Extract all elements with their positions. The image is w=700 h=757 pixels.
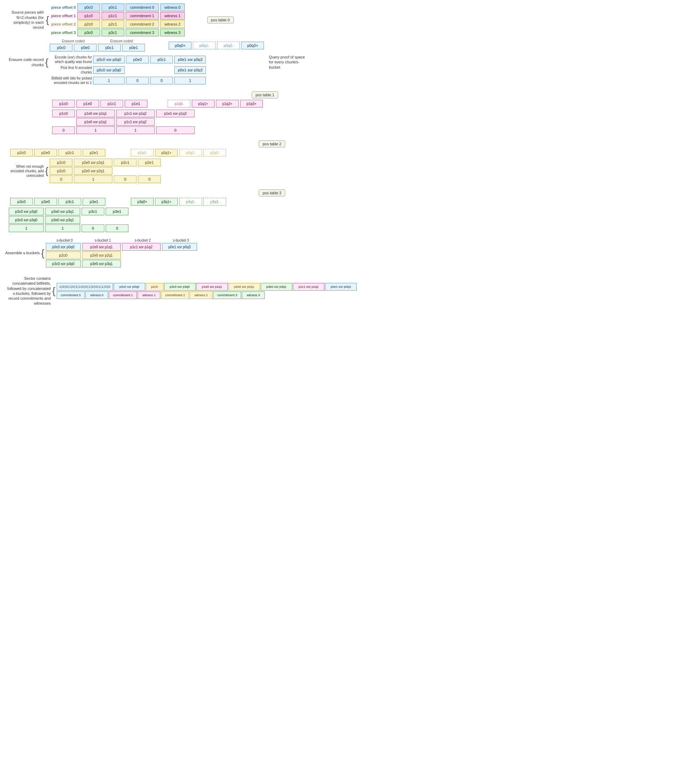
sbucket-1-label: s-bucket 1 <box>84 238 122 242</box>
encode-row: Encode (xor) chunks for which quality wa… <box>50 55 264 64</box>
p2c1-enc: p2c1 <box>114 159 136 166</box>
sb-p2e0-xor: p2e0 xor p2q1 <box>82 252 121 259</box>
p3c0-src: p3c0 <box>77 29 100 36</box>
pick-p0c0-xor: p0c0 xor p0q0 <box>93 66 125 74</box>
p1e1-xor-p1q3: p1e1 xor p1q3 <box>156 109 195 117</box>
p0e0-xor: p0e0 <box>126 56 149 63</box>
p2q3-minus: p2q3- <box>203 149 226 156</box>
assemble-row: Assemble s-buckets { s-bucket 0 s-bucket… <box>5 238 366 267</box>
pos-table-0: pos table 0 <box>207 16 234 23</box>
p2e1-enc: p2e1 <box>138 159 161 166</box>
sector-bitfield: 1|0|0|1|0|1|1|0|0|1|0|0|1|1|0|0 <box>57 283 113 291</box>
p3c1-enc: p3c1 <box>81 208 104 215</box>
p3-chunks-row: p3c0 p3e0 p3c1 p3e1 p3q0+ p3q1+ p3q2- p3… <box>5 198 366 205</box>
sec-commitment2: commitment 2 <box>161 291 189 299</box>
erasure-labels-row: Erasure coded p0c0 p0e0 Erasure coded p0… <box>50 39 264 52</box>
p2c0-enc: p2c0 <box>50 159 72 166</box>
sector-top-row: 1|0|0|1|0|1|1|0|0|1|0|0|1|1|0|0 p0c0 xor… <box>57 283 356 291</box>
p0e1-xor-p0q3: p0e1 xor p0q3 <box>174 56 206 63</box>
sec-witness0: witness 0 <box>85 291 108 299</box>
p3-bit-0: 0 <box>81 224 104 232</box>
p3-encode-col: p3c0 xor p3q0 p3e0 xor p3q1 p3c1 p3e1 p3… <box>9 208 366 232</box>
sector-bottom-row: commitment 0 witness 0 commitment 1 witn… <box>57 291 356 299</box>
sector-content: 1|0|0|1|0|1|1|0|0|1|0|0|1|1|0|0 p0c0 xor… <box>57 283 356 299</box>
sec-p2e0-xor: p2e0 xor p2q1 <box>228 283 260 291</box>
sec-p0e1-xor: p0e1 xor p0q3 <box>325 283 357 291</box>
bitfield-row: Bitfield with bits for picked encoded ch… <box>50 76 264 85</box>
piece3-section: pos table 3 p3c0 p3e0 p3c1 p3e1 p3q0+ p3… <box>5 189 366 232</box>
p3c1-ec: p3c1 <box>58 198 81 205</box>
p1q1-plus: p1q1+ <box>192 100 214 108</box>
piece1-section: pos table 1 p1c0 p1e0 p1c1 p1e1 p1q0- p1… <box>5 91 366 134</box>
p0c0-src: p0c0 <box>77 3 100 11</box>
erasure-content: Erasure coded p0c0 p0e0 Erasure coded p0… <box>50 39 264 85</box>
sb-p0c0-xor: p0c0 xor p0q0 <box>46 243 81 251</box>
sec-p0c0-xor: p0c0 xor p0q0 <box>114 283 145 291</box>
sec-commitment1: commitment 1 <box>109 291 137 299</box>
assemble-section: Assemble s-buckets { s-bucket 0 s-bucket… <box>5 238 366 267</box>
pick-spacer2 <box>150 66 173 74</box>
p2-bit-1: 1 <box>74 175 112 183</box>
erasure-code-label: Erasure code record chunks <box>5 57 44 67</box>
bit-0a: 0 <box>126 77 149 84</box>
witness2-src: witness 2 <box>160 20 185 28</box>
erasure-brace: { <box>45 57 48 68</box>
p1c1-ec: p1c1 <box>100 100 123 108</box>
p2-chunks-row: p2c0 p2e0 p2c1 p2e1 p2q0- p2q1+ p2q2- p2… <box>5 149 366 156</box>
pick-p0e1-xor: p0e1 xor p0q3 <box>174 66 206 74</box>
p3q1-plus: p3q1+ <box>155 198 178 205</box>
p0-erasure-chunks: p0c0 p0e0 <box>50 44 97 52</box>
p1c1-src: p1c1 <box>102 12 124 20</box>
p3e0-ec: p3e0 <box>34 198 57 205</box>
source-table: piece offset 0 p0c0 p0c1 commitment 0 wi… <box>51 3 184 36</box>
p3c0-xor-pick: p3c0 xor p3q0 <box>9 216 44 224</box>
erasure-group-2: Erasure coded p0c1 p0e1 <box>98 39 145 52</box>
sector-row: Sector contains concatenated bitfields, … <box>5 276 366 306</box>
p1-chunks-row: p1c0 p1e0 p1c1 p1e1 p1q0- p1q1+ p1q2+ p1… <box>5 100 366 108</box>
pos-table-3: pos table 3 <box>259 189 285 196</box>
p1-bit-1b: 1 <box>116 127 155 134</box>
p1e0-ec: p1e0 <box>76 100 99 108</box>
piece-offset-1: piece offset 1 <box>51 14 76 18</box>
query-proof-label: Query proof of space for every chunk/s-b… <box>269 55 307 70</box>
p3-encode-row: p3c0 xor p3q0 p3e0 xor p3q1 p3c1 p3e1 <box>9 208 366 215</box>
commitment0-src: commitment 0 <box>126 3 159 11</box>
p2e1-ec: p2e1 <box>83 149 105 156</box>
pick-row: Pick first N encoded chunks p0c0 xor p0q… <box>50 66 264 75</box>
p0e0-ec: p0e0 <box>74 44 97 52</box>
commitment2-src: commitment 2 <box>126 20 159 28</box>
sec-witness2: witness 2 <box>190 291 212 299</box>
sbuckets-container: s-bucket 0 s-bucket 1 s-bucket 2 s-bucke… <box>46 238 198 267</box>
p0c1-src: p0c1 <box>102 3 124 11</box>
p1-bit-0b: 0 <box>156 127 195 134</box>
sbucket-row-1: p2c0 p2e0 xor p2q1 <box>46 252 198 259</box>
p1e1-ec: p1e1 <box>125 100 147 108</box>
sb-p0e1-xor: p0e1 xor p0q3 <box>162 243 197 251</box>
p2c1-src: p2c1 <box>102 20 124 28</box>
p2e0-ec: p2e0 <box>34 149 57 156</box>
sec-p1e0-xor: p1e0 xor p1q1 <box>196 283 228 291</box>
p1c1-xor-pick: p1c1 xor p1q2 <box>116 118 155 126</box>
p1c0-src: p1c0 <box>77 12 100 20</box>
p2-pick-row: p2c0 p2e0 xor p2q1 <box>50 167 161 175</box>
p2e0-xor-pick: p2e0 xor p2q1 <box>74 167 112 175</box>
piece2-section: pos table 2 p2c0 p2e0 p2c1 p2e1 p2q0- p2… <box>5 141 366 183</box>
sec-p1c1-xor: p1c1 xor p1q2 <box>293 283 325 291</box>
p0c0-xor-p0q0: p0c0 xor p0q0 <box>93 56 125 63</box>
source-row-0: piece offset 0 p0c0 p0c1 commitment 0 wi… <box>51 3 184 11</box>
p2-bitfield-row: 0 1 0 0 <box>50 175 161 183</box>
p3-bit-1: 1 <box>9 224 44 232</box>
pos-table-0-container: pos table 0 <box>207 16 234 23</box>
sbucket-3-label: s-bucket 3 <box>164 238 198 242</box>
p3-bit-1b: 1 <box>45 224 80 232</box>
p3-pick-row: p3c0 xor p3q0 p3e0 xor p3q1 <box>9 216 366 224</box>
sec-p2c0: p2c0 <box>146 283 164 291</box>
pick-boxes: p0c0 xor p0q0 p0e1 xor p0q3 <box>93 66 206 74</box>
encode-xor-boxes: p0c0 xor p0q0 p0e0 p0c1 p0e1 xor p0q3 <box>93 56 206 63</box>
pos-table-1: pos table 1 <box>252 91 278 99</box>
p2c1-ec: p2c1 <box>58 149 81 156</box>
p2-encode-row: p2c0 p2e0 xor p2q1 p2c1 p2e1 <box>50 159 161 166</box>
p1-bitfield-row: 0 1 1 0 <box>5 127 366 134</box>
bit-1b: 1 <box>174 77 206 84</box>
sec-commitment0: commitment 0 <box>57 291 85 299</box>
